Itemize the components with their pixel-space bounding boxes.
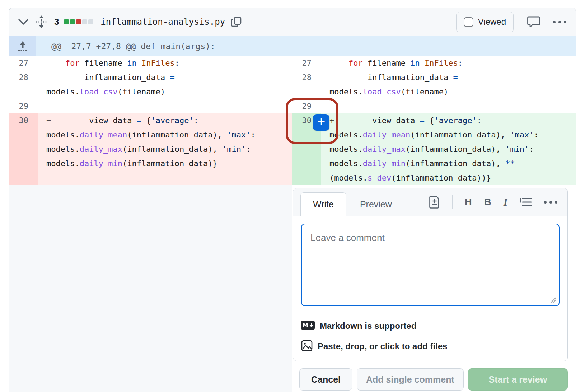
code-content xyxy=(321,99,576,113)
slash-commands-file-diff-icon[interactable] xyxy=(429,196,440,209)
code-content: inflammation_data = models.load_csv(file… xyxy=(38,70,292,99)
code-content xyxy=(38,99,292,113)
toolbar-ellipsis-icon[interactable] xyxy=(544,201,557,204)
paste-drop-click-label[interactable]: Paste, drop, or click to add files xyxy=(318,341,447,351)
diffstat-block-neutral xyxy=(82,19,87,24)
code-content: − view_data = {'average': models.daily_m… xyxy=(38,113,292,185)
line-number-left-29[interactable]: 29 xyxy=(9,99,38,113)
code-content: + view_data = {'average': models.daily_m… xyxy=(321,113,576,185)
italic-icon[interactable]: I xyxy=(504,196,507,208)
add-single-comment-button[interactable]: Add single comment xyxy=(357,368,464,391)
line-number-left-30[interactable]: 30 xyxy=(9,113,38,185)
collapse-file-chevron-down-icon[interactable] xyxy=(18,19,28,25)
file-header: 3 inflammation-analysis.py Viewed xyxy=(9,8,576,36)
diff-pane-old: 27 for filename in InFiles:28 inflammati… xyxy=(9,56,292,392)
diff-pane-new: 27 for filename in InFiles:28 inflammati… xyxy=(292,56,576,392)
code-content: inflammation_data = models.load_csv(file… xyxy=(321,70,576,99)
split-diff: 27 for filename in InFiles:28 inflammati… xyxy=(9,56,576,392)
file-name[interactable]: inflammation-analysis.py xyxy=(100,17,225,27)
expand-hunk-up-icon[interactable] xyxy=(9,36,36,56)
markdown-supported-link[interactable]: Markdown is supported xyxy=(320,321,416,331)
start-review-button[interactable]: Start a review xyxy=(468,368,568,391)
line-number-right-29[interactable]: 29 xyxy=(292,99,321,113)
line-number-left-27[interactable]: 27 xyxy=(9,56,38,70)
markdown-icon xyxy=(301,321,315,331)
code-content: for filename in InFiles: xyxy=(321,56,576,70)
old-pane-filler xyxy=(9,185,292,392)
comment-card-footer: Markdown is supported Pa xyxy=(293,311,567,361)
inline-comment-area: Write Preview H B xyxy=(292,185,576,391)
tab-write[interactable]: Write xyxy=(300,192,346,216)
line-number-right-27[interactable]: 27 xyxy=(292,56,321,70)
hunk-header-row: @@ -27,7 +27,8 @@ def main(args): xyxy=(9,36,576,56)
diff-line-left-30: 30− view_data = {'average': models.daily… xyxy=(9,113,292,185)
diffstat-block-added xyxy=(64,19,69,24)
cancel-button[interactable]: Cancel xyxy=(299,368,352,391)
diff-line-left-29: 29 xyxy=(9,99,292,113)
copy-file-path-icon[interactable] xyxy=(231,16,242,28)
diff-line-right-27: 27 for filename in InFiles: xyxy=(292,56,576,70)
diff-line-right-28: 28 inflammation_data = models.load_csv(f… xyxy=(292,70,576,99)
diffstat-block-deleted xyxy=(76,19,81,24)
drag-move-icon[interactable] xyxy=(36,15,47,29)
bold-icon[interactable]: B xyxy=(484,196,491,208)
viewed-button[interactable]: Viewed xyxy=(456,12,514,32)
comment-card: Write Preview H B xyxy=(293,188,568,361)
code-content: for filename in InFiles: xyxy=(38,56,292,70)
diff-line-right-30: 30+ view_data = {'average': models.daily… xyxy=(292,113,576,185)
comment-actions: Cancel Add single comment Start a review xyxy=(299,368,568,391)
file-options-kebab-icon[interactable] xyxy=(553,21,566,23)
tab-preview[interactable]: Preview xyxy=(346,193,406,216)
toolbar-divider xyxy=(452,195,453,209)
image-attachment-icon xyxy=(301,340,313,353)
line-number-right-28[interactable]: 28 xyxy=(292,70,321,99)
diff-line-right-29: 29 xyxy=(292,99,576,113)
footer-divider xyxy=(431,317,431,335)
comment-textarea[interactable] xyxy=(301,224,560,306)
hunk-header-text: @@ -27,7 +27,8 @@ def main(args): xyxy=(36,36,576,56)
comment-bubble-icon[interactable] xyxy=(527,16,540,28)
markdown-toolbar: H B I xyxy=(429,188,557,216)
quote-list-icon[interactable] xyxy=(520,197,532,207)
changes-count: 3 xyxy=(54,17,59,27)
diffstat-block-neutral xyxy=(88,19,93,24)
file-diff-widget: 3 inflammation-analysis.py Viewed xyxy=(9,8,576,392)
comment-tabnav: Write Preview H B xyxy=(293,188,567,216)
heading-icon[interactable]: H xyxy=(465,197,472,208)
comment-card-body xyxy=(293,216,567,311)
viewed-checkbox[interactable] xyxy=(464,17,473,27)
diffstat-blocks xyxy=(64,19,93,24)
diff-line-left-28: 28 inflammation_data = models.load_csv(f… xyxy=(9,70,292,99)
diffstat-block-added xyxy=(70,19,75,24)
viewed-label: Viewed xyxy=(478,17,506,27)
line-number-left-28[interactable]: 28 xyxy=(9,70,38,99)
add-line-comment-plus-button[interactable]: + xyxy=(313,114,329,131)
diff-line-left-27: 27 for filename in InFiles: xyxy=(9,56,292,70)
